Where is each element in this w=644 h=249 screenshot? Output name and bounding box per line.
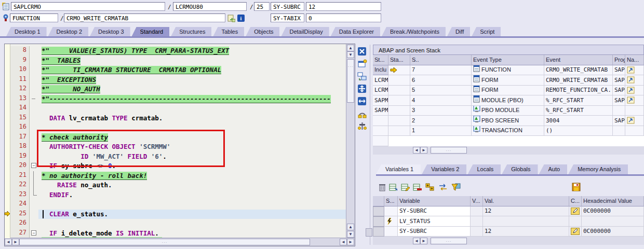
scroll-up-icon[interactable]: ▲ (347, 45, 354, 51)
code-line-11[interactable]: 11*" EXCEPTIONS (5, 75, 346, 85)
display-icon[interactable] (227, 15, 235, 22)
line-number[interactable]: 14 (10, 104, 30, 114)
stack-include[interactable] (373, 136, 388, 146)
code-line-21[interactable]: 21* no authority - roll back! (5, 171, 346, 181)
variable-value-cell[interactable]: 12 (483, 206, 569, 217)
edit-table-icon[interactable] (401, 183, 410, 193)
stack-event-type[interactable]: FUNCTION (472, 65, 544, 76)
stack-program[interactable]: SAPMSSY1 (613, 116, 625, 126)
stack-scrollbar[interactable]: ◄ ► ··· (373, 146, 644, 155)
code-line-10[interactable]: 10*" TI_CRMATAB STRUCTURE CRMATAB OPTION… (5, 65, 346, 75)
stack-event-type[interactable]: FORM (472, 75, 544, 86)
insert-columns-icon[interactable] (425, 183, 435, 193)
line-number[interactable]: 16 (10, 123, 30, 133)
line-number[interactable]: 8 (10, 46, 30, 56)
code-line-22[interactable]: 22 RAISE no_auth. (5, 181, 346, 190)
scroll-right-icon[interactable]: ► (347, 239, 354, 245)
code-text[interactable]: *" NO_AUTH (38, 85, 346, 94)
filter-icon[interactable] (451, 183, 461, 193)
code-text[interactable]: *" EXCEPTIONS (38, 75, 346, 85)
nav-icon[interactable] (625, 95, 644, 106)
code-line-15[interactable]: 15 DATA lv_crmatab TYPE crmatab. (5, 114, 346, 123)
scroll-left-icon[interactable]: ◄ (413, 238, 420, 244)
fold-gutter[interactable]: − (30, 229, 38, 239)
stack-include[interactable]: LCRM (373, 75, 388, 86)
swap-icon[interactable] (438, 183, 448, 193)
scroll-up-icon[interactable]: ▲ (347, 224, 354, 230)
variable-value-cell[interactable] (483, 216, 569, 227)
editor-vertical-scrollbar[interactable]: ▲ ▼ ··· ▲ ▼ (346, 44, 355, 238)
tabix-label-field[interactable]: SY-TABIX (271, 13, 304, 22)
pencil-icon[interactable] (571, 208, 580, 215)
scrollbar-thumb[interactable]: ··· (19, 239, 310, 245)
stack-event[interactable]: %_RFC_START (544, 106, 613, 116)
tab-variables-1[interactable]: Variables 1 (376, 164, 421, 174)
info-icon[interactable]: i (237, 15, 245, 22)
line-number[interactable]: 17 (10, 133, 30, 143)
tab-variables-2[interactable]: Variables 2 (422, 164, 466, 174)
jump-back-icon[interactable] (357, 109, 367, 119)
code-line-24[interactable]: 24 (5, 200, 346, 210)
stack-event-type[interactable]: MODULE (PBO) (472, 95, 544, 106)
line-number[interactable]: 24 (10, 200, 30, 210)
nav-icon[interactable] (625, 75, 644, 86)
scrollbar-thumb[interactable]: ··· (431, 238, 467, 244)
tab-data-explorer[interactable]: Data Explorer (331, 27, 380, 36)
stack-row-marker[interactable] (388, 106, 410, 116)
tab-desktop-1[interactable]: Desktop 1 (6, 27, 47, 36)
tools-icon[interactable] (357, 121, 367, 131)
tab-objects[interactable]: Objects (246, 27, 279, 36)
maximize-icon[interactable] (357, 84, 367, 94)
stack-program[interactable] (613, 106, 625, 116)
tab-desktop-3[interactable]: Desktop 3 (90, 27, 130, 36)
code-line-26[interactable]: 26 (5, 219, 346, 229)
new-window-icon[interactable] (357, 59, 367, 69)
stack-event[interactable]: REMOTE_FUNCTION_CA.. (544, 86, 613, 96)
variable-edit-cell[interactable] (569, 206, 582, 217)
stack-event-type[interactable]: PBO SCREEN (472, 116, 544, 126)
stack-event[interactable]: CRMO_WRITE_CRMATAB (544, 75, 613, 86)
program-field[interactable]: SAPLCRMO (11, 2, 165, 11)
nav-icon[interactable] (625, 86, 644, 96)
subrc-value-field[interactable]: 12 (306, 2, 381, 11)
line-number[interactable]: 25 (10, 210, 30, 219)
stack-level[interactable]: 5 (410, 86, 472, 96)
stack-row-marker[interactable] (388, 86, 410, 96)
code-text[interactable]: * no authority - roll back! (38, 171, 346, 181)
code-text[interactable]: *" VALUE(E_STATUS) TYPE CRM_PARA-STATUS_… (38, 46, 346, 56)
tab-auto[interactable]: Auto (539, 164, 568, 174)
tab-memory-analysis[interactable]: Memory Analysis (568, 164, 628, 174)
code-text[interactable]: ENDIF. (38, 190, 346, 200)
current-stack-arrow-icon[interactable] (388, 65, 410, 76)
stack-program[interactable]: SAPLCRMO (613, 75, 625, 86)
stack-level[interactable]: 3 (410, 106, 472, 116)
code-text[interactable]: *"--------------------------------------… (38, 94, 346, 104)
code-text[interactable]: DATA lv_crmatab TYPE crmatab. (38, 114, 346, 123)
swap-windows-icon[interactable] (357, 72, 367, 81)
remove-rows-icon[interactable] (413, 183, 422, 193)
line-number[interactable]: 20 (10, 161, 30, 171)
stack-row-marker[interactable] (388, 95, 410, 106)
editor-horizontal-scrollbar[interactable]: ◄ ► ··· ◄ ► (5, 238, 355, 246)
line-number[interactable]: 12 (10, 85, 30, 94)
tab-diff[interactable]: Diff (447, 27, 470, 36)
code-line-25[interactable]: 25 CLEAR e_status. (5, 210, 346, 219)
tab-globals[interactable]: Globals (502, 164, 538, 174)
pane-divider[interactable] (370, 45, 370, 245)
add-rows-icon[interactable] (389, 183, 398, 193)
stack-program[interactable]: SAPLCRMO (613, 65, 625, 76)
mode-field[interactable]: FUNCTION (10, 13, 58, 22)
row-selector[interactable] (373, 206, 384, 217)
save-icon[interactable] (572, 183, 581, 192)
line-number[interactable]: 13 (10, 94, 30, 104)
stack-include[interactable] (373, 126, 388, 136)
line-number[interactable]: 18 (10, 142, 30, 152)
scroll-left-icon[interactable]: ◄ (413, 147, 420, 154)
scrollbar-thumb[interactable]: ··· (347, 59, 354, 103)
scroll-right-icon[interactable]: ► (420, 147, 427, 154)
code-text[interactable]: CLEAR e_status. (38, 210, 346, 219)
stack-include[interactable]: LCRM (373, 86, 388, 96)
scroll-right-icon[interactable]: ► (12, 239, 19, 245)
tab-structures[interactable]: Structures (171, 27, 211, 36)
close-icon[interactable] (357, 47, 367, 57)
